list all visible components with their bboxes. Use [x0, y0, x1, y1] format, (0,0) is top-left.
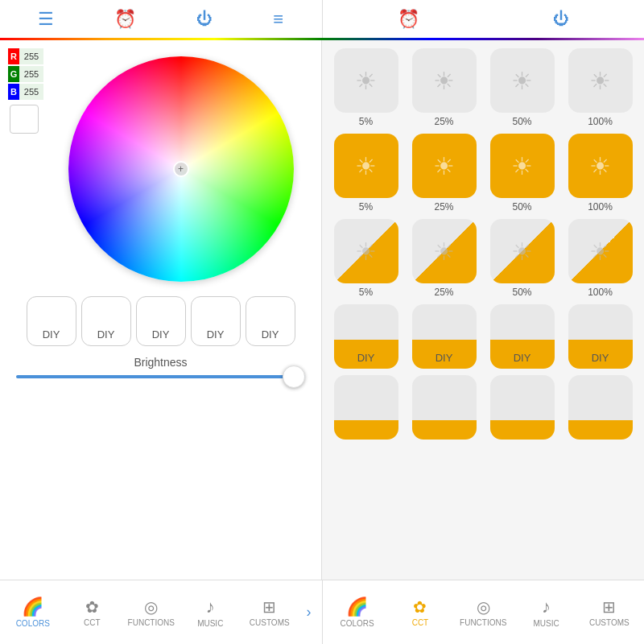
- left-tab-bar: 🌈 COLORS ✿ CCT ◎ FUNCTIONS ♪ MUSIC ⊞ CUS…: [0, 580, 322, 644]
- power-icon-right[interactable]: ⏻: [553, 10, 569, 28]
- brightness-label: Brightness: [16, 356, 305, 369]
- diy-btn-3[interactable]: DIY: [136, 296, 186, 346]
- customs-label-right: CUSTOMS: [589, 618, 630, 627]
- tab-colors-left[interactable]: 🌈 COLORS: [3, 597, 63, 628]
- cct-icon-left: ✿: [85, 597, 99, 617]
- functions-label-right: FUNCTIONS: [460, 618, 506, 627]
- light-btn-yellow-25[interactable]: ☀ 25%: [408, 134, 480, 213]
- b-label: B: [8, 84, 19, 100]
- light-btn-split-100[interactable]: ☀ 100%: [564, 219, 636, 298]
- light-btn-yellow-5[interactable]: ☀ 5%: [330, 134, 402, 213]
- brightness-slider-track[interactable]: [16, 375, 305, 378]
- power-icon-left[interactable]: ⏻: [196, 10, 213, 28]
- top-bar: ☰ ⏰ ⏻ ≡ ⏰ ⏻: [0, 0, 644, 40]
- alarm-icon-left[interactable]: ⏰: [114, 9, 136, 30]
- customs-icon-left: ⊞: [262, 597, 276, 617]
- brightness-slider-thumb[interactable]: [283, 365, 305, 388]
- diy-right-btn-6[interactable]: [408, 375, 480, 440]
- wheel-cursor[interactable]: +: [173, 161, 189, 177]
- colors-icon-right: 🌈: [346, 597, 368, 617]
- diy-right-row-2: [330, 375, 636, 440]
- functions-icon-left: ◎: [144, 597, 158, 617]
- left-header: ☰ ⏰ ⏻ ≡: [0, 0, 322, 38]
- diy-btn-2[interactable]: DIY: [81, 296, 131, 346]
- tab-cct-right[interactable]: ✿ CCT: [389, 597, 452, 627]
- rgb-r-row: R 255: [8, 48, 48, 64]
- g-label: G: [8, 66, 19, 82]
- light-btn-white-5[interactable]: ☀ 5%: [330, 48, 402, 127]
- diy-btn-4[interactable]: DIY: [191, 296, 241, 346]
- r-label: R: [8, 48, 19, 64]
- b-value: 255: [19, 84, 43, 100]
- light-btn-split-50[interactable]: ☀ 50%: [486, 219, 558, 298]
- light-btn-white-100[interactable]: ☀ 100%: [564, 48, 636, 127]
- diy-buttons-row: DIY DIY DIY DIY DIY: [8, 296, 313, 346]
- color-wheel-area: +: [48, 48, 313, 290]
- light-btn-yellow-50[interactable]: ☀ 50%: [486, 134, 558, 213]
- brightness-area: Brightness: [8, 356, 313, 385]
- right-header: ⏰ ⏻: [322, 0, 645, 38]
- main-content: R 255 G 255 B 255 +: [0, 40, 644, 580]
- diy-right-btn-7[interactable]: [486, 375, 558, 440]
- light-btn-yellow-100[interactable]: ☀ 100%: [564, 134, 636, 213]
- tab-customs-left[interactable]: ⊞ CUSTOMS: [240, 597, 299, 627]
- customs-label-left: CUSTOMS: [250, 618, 290, 627]
- arrow-right[interactable]: ›: [299, 597, 319, 629]
- white-brightness-row: ☀ 5% ☀ 25% ☀ 50% ☀ 100%: [330, 48, 636, 127]
- tab-functions-right[interactable]: ◎ FUNCTIONS: [452, 597, 514, 627]
- colors-icon-left: 🌈: [22, 597, 43, 617]
- rgb-g-row: G 255: [8, 66, 48, 82]
- rgb-b-row: B 255: [8, 84, 48, 100]
- g-value: 255: [19, 66, 43, 82]
- tab-colors-right[interactable]: 🌈 COLORS: [326, 597, 389, 628]
- cct-icon-right: ✿: [413, 597, 427, 617]
- light-btn-white-50[interactable]: ☀ 50%: [486, 48, 558, 127]
- tab-functions-left[interactable]: ◎ FUNCTIONS: [122, 597, 181, 627]
- cct-label-right: CCT: [412, 618, 429, 627]
- right-panel: ☀ 5% ☀ 25% ☀ 50% ☀ 100%: [322, 40, 644, 580]
- yellow-brightness-row: ☀ 5% ☀ 25% ☀ 50% ☀ 100%: [330, 134, 636, 213]
- bottom-bars: 🌈 COLORS ✿ CCT ◎ FUNCTIONS ♪ MUSIC ⊞ CUS…: [0, 580, 644, 644]
- left-panel: R 255 G 255 B 255 +: [0, 40, 322, 580]
- split-brightness-row: ☀ 5% ☀ 25% ☀ 50% ☀ 100%: [330, 219, 636, 298]
- tab-music-right[interactable]: ♪ MUSIC: [514, 597, 577, 628]
- menu-icon[interactable]: ☰: [38, 9, 54, 30]
- r-value: 255: [19, 48, 43, 64]
- light-btn-split-25[interactable]: ☀ 25%: [408, 219, 480, 298]
- diy-btn-5[interactable]: DIY: [246, 296, 295, 346]
- functions-icon-right: ◎: [477, 597, 490, 617]
- music-label-right: MUSIC: [533, 619, 559, 628]
- diy-right-btn-3[interactable]: DIY: [486, 304, 558, 369]
- functions-label-left: FUNCTIONS: [128, 618, 175, 627]
- diy-right-btn-5[interactable]: [330, 375, 402, 440]
- music-label-left: MUSIC: [197, 619, 223, 628]
- rgb-display: R 255 G 255 B 255: [8, 48, 48, 134]
- tab-cct-left[interactable]: ✿ CCT: [63, 597, 122, 627]
- diy-right-row-1: DIY DIY DIY DIY: [330, 304, 636, 369]
- alarm-icon-right[interactable]: ⏰: [398, 9, 419, 30]
- music-icon-right: ♪: [542, 597, 551, 617]
- diy-right-btn-8[interactable]: [564, 375, 636, 440]
- tab-customs-right[interactable]: ⊞ CUSTOMS: [578, 597, 641, 627]
- diy-right-btn-1[interactable]: DIY: [330, 304, 402, 369]
- color-wheel[interactable]: +: [68, 56, 294, 282]
- music-icon-left: ♪: [206, 597, 215, 617]
- list-icon-left[interactable]: ≡: [273, 9, 283, 30]
- tab-music-left[interactable]: ♪ MUSIC: [181, 597, 241, 628]
- light-btn-white-25[interactable]: ☀ 25%: [408, 48, 480, 127]
- light-btn-split-5[interactable]: ☀ 5%: [330, 219, 402, 298]
- diy-btn-1[interactable]: DIY: [27, 296, 76, 346]
- cct-label-left: CCT: [84, 618, 101, 627]
- color-preview: [10, 105, 39, 134]
- colors-label-left: COLORS: [16, 619, 50, 628]
- top-row-left: R 255 G 255 B 255 +: [8, 48, 313, 290]
- diy-right-btn-4[interactable]: DIY: [564, 304, 636, 369]
- colors-label-right: COLORS: [341, 619, 374, 628]
- right-tab-bar: 🌈 COLORS ✿ CCT ◎ FUNCTIONS ♪ MUSIC ⊞ CUS…: [322, 580, 645, 644]
- customs-icon-right: ⊞: [602, 597, 616, 617]
- diy-right-btn-2[interactable]: DIY: [408, 304, 480, 369]
